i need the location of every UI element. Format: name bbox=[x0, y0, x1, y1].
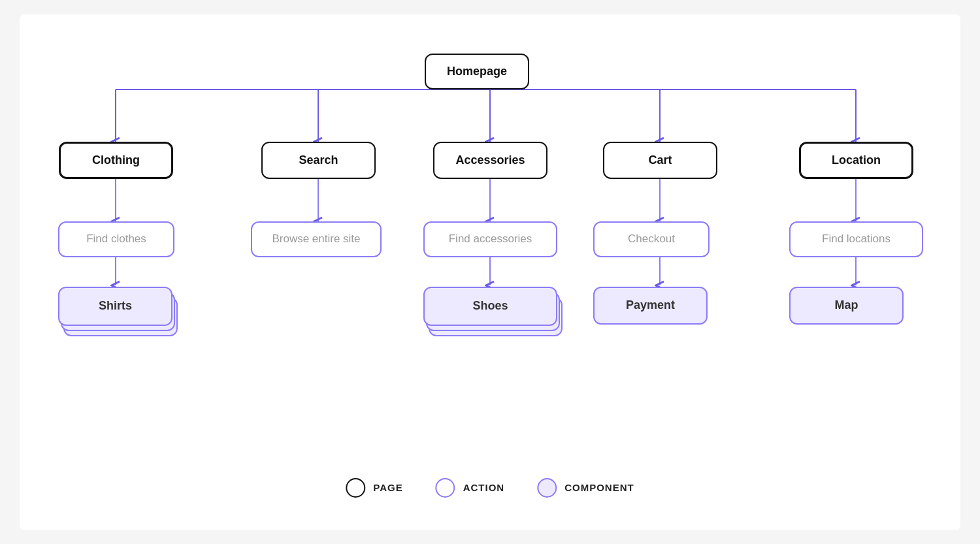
legend-component-icon bbox=[537, 478, 557, 498]
node-find-locations: Find locations bbox=[789, 221, 923, 257]
node-shirts-stack: Shirts bbox=[58, 285, 172, 344]
node-location: Location bbox=[799, 142, 913, 179]
legend-page-icon bbox=[346, 478, 365, 498]
node-checkout: Checkout bbox=[593, 221, 710, 257]
legend: PAGE ACTION COMPONENT bbox=[346, 478, 634, 498]
node-find-accessories: Find accessories bbox=[423, 221, 557, 257]
legend-action-icon bbox=[436, 478, 455, 498]
connection-lines bbox=[20, 14, 960, 530]
node-find-clothes: Find clothes bbox=[58, 221, 174, 257]
node-shoes-stack: Shoes bbox=[423, 285, 557, 344]
legend-component: COMPONENT bbox=[537, 478, 634, 498]
node-cart: Cart bbox=[603, 142, 717, 179]
node-map: Map bbox=[789, 287, 904, 325]
node-search: Search bbox=[261, 142, 376, 179]
legend-action: ACTION bbox=[436, 478, 505, 498]
node-clothing: Clothing bbox=[59, 142, 173, 179]
legend-page-label: PAGE bbox=[373, 482, 402, 493]
node-homepage: Homepage bbox=[425, 54, 529, 89]
node-browse-site: Browse entire site bbox=[251, 221, 382, 257]
node-payment: Payment bbox=[593, 287, 708, 325]
legend-action-label: ACTION bbox=[463, 482, 505, 493]
legend-component-label: COMPONENT bbox=[564, 482, 634, 493]
diagram-container: Homepage Clothing Search Accessories Car… bbox=[20, 14, 960, 530]
legend-page: PAGE bbox=[346, 478, 402, 498]
node-accessories: Accessories bbox=[433, 142, 547, 179]
